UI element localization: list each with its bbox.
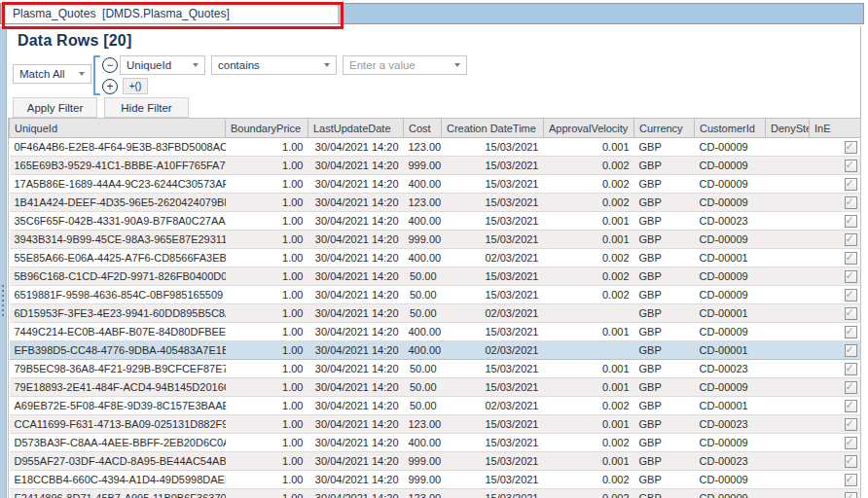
cell-cost: 123.00 [404, 489, 442, 498]
cell-in-effect [810, 378, 861, 397]
cell-lastupdatedate: 30/04/2021 14:20 [308, 138, 404, 157]
table-row[interactable]: 6519881F-9598-4636-854C-0BF9851655091.00… [10, 286, 861, 304]
in-effect-checkbox[interactable] [845, 252, 857, 265]
table-row[interactable]: D573BA3F-C8AA-4AEE-BBFF-2EB20D6C0AD11.00… [10, 434, 861, 452]
table-row[interactable]: 1B41A424-DEEF-4D35-96E5-2620424079BE1.00… [10, 194, 861, 212]
table-row[interactable]: 3943B314-9B99-45CE-98A3-965E87E293111.00… [10, 231, 861, 249]
add-condition-button[interactable]: + [102, 79, 118, 94]
cell-creation-datetime: 15/03/2021 [442, 267, 544, 286]
in-effect-checkbox[interactable] [845, 474, 857, 486]
table-row[interactable]: 35C6F65F-042B-4331-90A9-B7F8A0C27AA91.00… [10, 212, 861, 231]
data-grid: UniqueIdBoundaryPriceLastUpdateDateCostC… [8, 118, 861, 498]
table-row[interactable]: EFB398D5-CC48-4776-9DBA-405483A7E1B11.00… [10, 341, 861, 360]
in-effect-checkbox[interactable] [845, 196, 857, 209]
table-row[interactable]: 6D15953F-3FE3-4E23-9941-60DD895B5C8A1.00… [10, 304, 861, 323]
remove-condition-button[interactable]: − [102, 57, 118, 73]
table-row[interactable]: 7449C214-EC0B-4ABF-B07E-84D80DFBEE411.00… [10, 323, 861, 341]
cell-customerid: CD-00009 [695, 175, 766, 194]
in-effect-checkbox[interactable] [845, 233, 857, 246]
cell-uniqueid: D955AF27-03DF-4ACD-8A95-BE44AC54AB06 [10, 452, 226, 471]
plus-icon: + [106, 81, 113, 92]
in-effect-checkbox[interactable] [845, 455, 857, 468]
cell-currency: GBP [634, 138, 695, 157]
cell-cost: 123.00 [404, 194, 442, 212]
column-header-uniqueid[interactable]: UniqueId [10, 119, 226, 138]
cell-currency: GBP [634, 212, 695, 231]
table-row[interactable]: 79E18893-2E41-484F-ACD4-94B145D2016C1.00… [10, 378, 861, 397]
in-effect-checkbox[interactable] [845, 289, 857, 302]
chevron-down-icon [193, 63, 199, 67]
table-row[interactable]: E2414896-8D71-45B7-A995-11B0B6F363701.00… [10, 489, 861, 498]
cell-in-effect [810, 304, 861, 323]
column-header-approvalvelocity[interactable]: ApprovalVelocity [544, 119, 634, 138]
table-row[interactable]: 5B96C168-C1CD-4F2D-9971-826FB0400D0A1.00… [10, 267, 861, 286]
in-effect-checkbox[interactable] [845, 326, 857, 338]
cell-currency: GBP [634, 415, 695, 434]
table-row[interactable]: 79B5EC98-36A8-4F21-929B-B9CFCEF87E7B1.00… [10, 360, 861, 378]
cell-in-effect [810, 249, 861, 267]
table-row[interactable]: E18CCBB4-660C-4394-A1D4-49D5998DAEE21.00… [10, 471, 861, 489]
cell-customerid: CD-00023 [695, 360, 766, 378]
cell-cost: 999.00 [404, 471, 442, 489]
table-row[interactable]: 55E85A66-E06A-4425-A7F6-CD8566FA3EB11.00… [10, 249, 861, 267]
filter-operator-select[interactable]: contains [211, 55, 337, 75]
table-row[interactable]: 17A5B86E-1689-44A4-9C23-6244C30573AF1.00… [10, 175, 861, 194]
cell-denystep [766, 471, 810, 489]
cell-denystep [766, 304, 810, 323]
hide-filter-button[interactable]: Hide Filter [104, 97, 189, 118]
in-effect-checkbox[interactable] [845, 400, 857, 412]
cell-lastupdatedate: 30/04/2021 14:20 [308, 231, 404, 249]
in-effect-checkbox[interactable] [845, 307, 857, 320]
cell-denystep [766, 415, 810, 434]
left-splitter[interactable] [0, 26, 7, 498]
in-effect-checkbox[interactable] [845, 178, 857, 191]
column-header-currency[interactable]: Currency [634, 119, 695, 138]
match-mode-select[interactable]: Match All [13, 64, 91, 84]
column-header-cost[interactable]: Cost [404, 119, 442, 138]
cell-denystep [766, 286, 810, 304]
column-header-boundaryprice[interactable]: BoundaryPrice [226, 119, 308, 138]
table-row[interactable]: 0F46A4B6-E2E8-4F64-9E3B-83FBD5008AC41.00… [10, 138, 861, 157]
in-effect-checkbox[interactable] [845, 270, 857, 283]
cell-customerid: CD-00009 [695, 194, 766, 212]
cell-denystep [766, 341, 810, 360]
cell-boundaryprice: 1.00 [226, 434, 308, 452]
cell-uniqueid: CCA11699-F631-4713-BA09-025131D882F9 [10, 415, 226, 434]
add-group-button[interactable]: +() [123, 78, 148, 94]
cell-approvalvelocity: 0.002 [544, 397, 634, 415]
column-header-denystep[interactable]: DenyStep [766, 119, 810, 138]
cell-cost: 123.00 [404, 415, 442, 434]
cell-uniqueid: E18CCBB4-660C-4394-A1D4-49D5998DAEE2 [10, 471, 226, 489]
column-header-lastupdatedate[interactable]: LastUpdateDate [308, 119, 404, 138]
tab-plasma-quotes[interactable]: Plasma_Quotes [DMDS.Plasma_Quotes] [3, 4, 338, 23]
table-row[interactable]: D955AF27-03DF-4ACD-8A95-BE44AC54AB061.00… [10, 452, 861, 471]
column-header-ine[interactable]: InE [810, 119, 861, 138]
table-row[interactable]: A69EB72E-5F08-4F8E-9D39-8C157E3BAAE41.00… [10, 397, 861, 415]
filter-field-select[interactable]: UniqueId [120, 55, 205, 75]
in-effect-checkbox[interactable] [845, 492, 857, 498]
cell-currency: GBP [634, 286, 695, 304]
table-row[interactable]: CCA11699-F631-4713-BA09-025131D882F91.00… [10, 415, 861, 434]
in-effect-checkbox[interactable] [845, 437, 857, 449]
apply-filter-button[interactable]: Apply Filter [13, 97, 97, 118]
in-effect-checkbox[interactable] [845, 418, 857, 431]
table-row[interactable]: 165E69B3-9529-41C1-BBBE-A10FF765FA791.00… [10, 157, 861, 175]
in-effect-checkbox[interactable] [845, 381, 857, 394]
cell-boundaryprice: 1.00 [226, 286, 308, 304]
cell-currency: GBP [634, 323, 695, 341]
in-effect-checkbox[interactable] [845, 215, 857, 228]
cell-approvalvelocity: 0.001 [544, 378, 634, 397]
in-effect-checkbox[interactable] [845, 141, 857, 154]
cell-approvalvelocity: 0.001 [544, 452, 634, 471]
column-header-creation-datetime[interactable]: Creation DateTime [442, 119, 544, 138]
cell-lastupdatedate: 30/04/2021 14:20 [308, 286, 404, 304]
filter-value-input[interactable]: Enter a value [343, 55, 467, 75]
cell-creation-datetime: 15/03/2021 [442, 434, 544, 452]
in-effect-checkbox[interactable] [845, 344, 857, 357]
in-effect-checkbox[interactable] [845, 363, 857, 375]
column-header-customerid[interactable]: CustomerId [695, 119, 766, 138]
in-effect-checkbox[interactable] [845, 160, 857, 172]
cell-boundaryprice: 1.00 [226, 249, 308, 267]
cell-approvalvelocity [544, 304, 634, 323]
cell-denystep [766, 360, 810, 378]
